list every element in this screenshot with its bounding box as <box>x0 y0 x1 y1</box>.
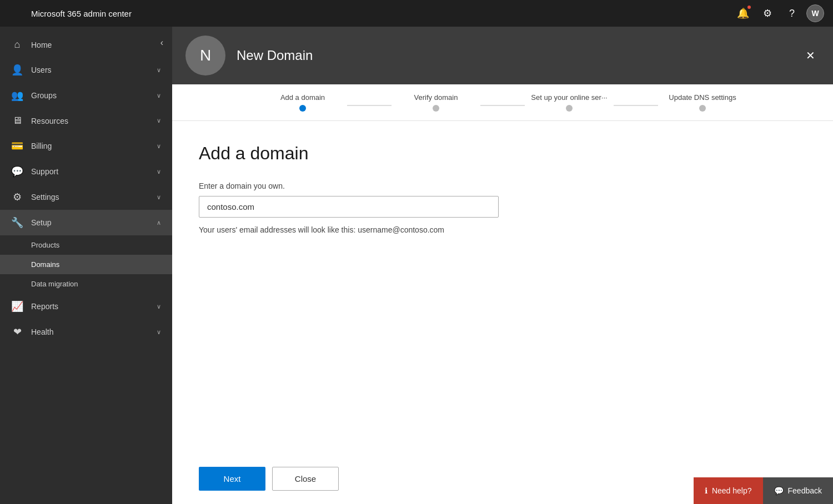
sidebar-nav: ⌂ Home 👤 Users ∨ 👥 Groups ∨ 🖥 Resources … <box>0 32 172 345</box>
step-dot-add-domain <box>299 105 306 112</box>
help-button[interactable]: ? <box>782 3 802 23</box>
step-dot-verify-domain <box>433 105 439 112</box>
resources-chevron-icon: ∨ <box>157 117 161 124</box>
sidebar-item-health[interactable]: ❤ Health ∨ <box>0 319 172 345</box>
close-button[interactable]: Close <box>272 467 339 491</box>
field-label: Enter a domain you own. <box>199 182 806 190</box>
support-icon: 💬 <box>11 165 23 178</box>
topbar-icons: 🔔 ⚙ ? W <box>733 3 824 23</box>
sidebar-item-settings[interactable]: ⚙ Settings ∨ <box>0 184 172 210</box>
sidebar-item-users[interactable]: 👤 Users ∨ <box>0 57 172 83</box>
bottom-bar: ℹ Need help? 💬 Feedback <box>694 477 833 504</box>
step-add-domain: Add a domain <box>258 93 347 112</box>
sidebar-item-home[interactable]: ⌂ Home <box>0 32 172 57</box>
sidebar-sub-data-migration[interactable]: Data migration <box>0 274 172 294</box>
next-button[interactable]: Next <box>199 467 265 491</box>
help-circle-icon: ℹ <box>705 486 707 495</box>
section-title: Add a domain <box>199 143 806 164</box>
health-chevron-icon: ∨ <box>157 329 161 336</box>
notification-button[interactable]: 🔔 <box>733 3 753 23</box>
billing-icon: 💳 <box>11 140 23 152</box>
reports-chevron-icon: ∨ <box>157 303 161 310</box>
sidebar-item-setup[interactable]: 🔧 Setup ∧ <box>0 210 172 235</box>
new-domain-modal: N New Domain ✕ Add a domain Verify domai… <box>172 27 833 504</box>
sidebar-sub-domains[interactable]: Domains <box>0 255 172 274</box>
app-launcher-button[interactable] <box>9 6 24 21</box>
support-chevron-icon: ∨ <box>157 168 161 175</box>
modal-header: N New Domain ✕ <box>172 27 833 84</box>
users-icon: 👤 <box>11 64 23 76</box>
sidebar-item-groups[interactable]: 👥 Groups ∨ <box>0 83 172 108</box>
step-connector-1 <box>347 105 392 106</box>
modal-close-button[interactable]: ✕ <box>801 47 820 64</box>
domain-input[interactable] <box>199 196 499 218</box>
step-verify-domain: Verify domain <box>392 93 480 112</box>
groups-chevron-icon: ∨ <box>157 92 161 99</box>
groups-icon: 👥 <box>11 89 23 102</box>
step-dot-update-dns <box>699 105 706 112</box>
step-connector-3 <box>614 105 658 106</box>
settings-chevron-icon: ∨ <box>157 194 161 201</box>
sidebar: ‹ ⌂ Home 👤 Users ∨ 👥 Groups ∨ 🖥 Resource… <box>0 27 172 504</box>
step-connector-2 <box>480 105 525 106</box>
modal-title: New Domain <box>237 48 790 63</box>
health-icon: ❤ <box>11 326 23 338</box>
stepper: Add a domain Verify domain Set up your o… <box>172 84 833 121</box>
settings-nav-icon: ⚙ <box>11 191 23 203</box>
home-icon: ⌂ <box>11 39 23 51</box>
step-dot-setup-online <box>566 105 573 112</box>
main-area: ‹ ⌂ Home 👤 Users ∨ 👥 Groups ∨ 🖥 Resource… <box>0 27 833 504</box>
topbar: Microsoft 365 admin center 🔔 ⚙ ? W <box>0 0 833 27</box>
modal-overlay: N New Domain ✕ Add a domain Verify domai… <box>172 27 833 504</box>
sidebar-item-resources[interactable]: 🖥 Resources ∨ <box>0 108 172 133</box>
setup-icon: 🔧 <box>11 216 23 229</box>
need-help-button[interactable]: ℹ Need help? <box>694 477 763 504</box>
sidebar-item-reports[interactable]: 📈 Reports ∨ <box>0 294 172 319</box>
user-avatar[interactable]: W <box>806 4 824 22</box>
billing-chevron-icon: ∨ <box>157 143 161 150</box>
users-chevron-icon: ∨ <box>157 67 161 74</box>
app-title: Microsoft 365 admin center <box>31 9 726 18</box>
feedback-button[interactable]: 💬 Feedback <box>763 477 833 504</box>
step-setup-online: Set up your online ser··· <box>525 93 614 112</box>
settings-button[interactable]: ⚙ <box>757 3 777 23</box>
step-update-dns: Update DNS settings <box>658 93 747 112</box>
reports-icon: 📈 <box>11 300 23 313</box>
sidebar-item-billing[interactable]: 💳 Billing ∨ <box>0 133 172 159</box>
content-area: Home N New Domain ✕ Add a domain <box>172 27 833 504</box>
sidebar-item-support[interactable]: 💬 Support ∨ <box>0 159 172 184</box>
email-preview: Your users' email addresses will look li… <box>199 225 806 234</box>
modal-body: Add a domain Enter a domain you own. You… <box>172 121 833 453</box>
setup-chevron-icon: ∧ <box>157 219 161 226</box>
resources-icon: 🖥 <box>11 115 23 127</box>
modal-avatar: N <box>185 36 225 75</box>
feedback-chat-icon: 💬 <box>774 486 784 495</box>
sidebar-sub-products[interactable]: Products <box>0 235 172 255</box>
